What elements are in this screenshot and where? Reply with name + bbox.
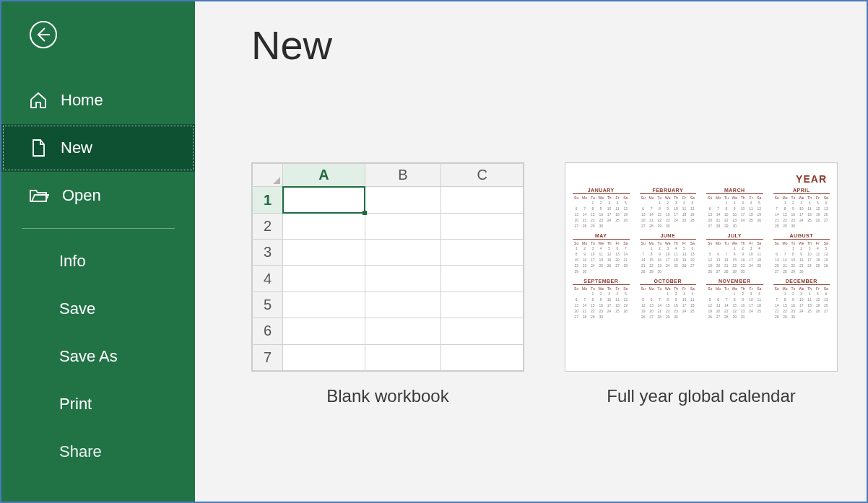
sidebar-divider <box>22 228 175 229</box>
back-arrow-icon <box>29 20 58 49</box>
sidebar-item-new[interactable]: New <box>1 124 195 172</box>
sidebar-item-home[interactable]: Home <box>1 76 195 124</box>
calendar-month: JANUARYSuMoTuWeThFrSa1234567891011121314… <box>573 188 630 229</box>
calendar-year-label: YEAR <box>573 173 830 185</box>
sidebar-subitem-save-as[interactable]: Save As <box>1 333 195 380</box>
calendar-month: JULYSuMoTuWeThFrSa1234567891011121314151… <box>706 233 763 274</box>
calendar-month: NOVEMBERSuMoTuWeThFrSa123456789101112131… <box>706 279 763 320</box>
calendar-month-name: JULY <box>706 233 763 240</box>
calendar-month-name: SEPTEMBER <box>573 279 630 285</box>
sidebar-subitem-info[interactable]: Info <box>1 237 195 285</box>
sidebar-subitem-label: Save <box>59 299 95 318</box>
sidebar-subitem-label: Print <box>59 395 92 413</box>
page-title: New <box>251 22 867 69</box>
mini-spreadsheet: A B C 1 2 3 4 5 6 7 <box>252 163 524 371</box>
calendar-month-name: MARCH <box>706 188 763 194</box>
main-content: New A B C 1 2 3 4 <box>195 1 867 502</box>
calendar-month: JUNESuMoTuWeThFrSa1234567891011121314151… <box>640 233 697 274</box>
sidebar-subitem-print[interactable]: Print <box>1 380 195 428</box>
calendar-month: MAYSuMoTuWeThFrSa12345678910111213141516… <box>573 233 630 274</box>
sidebar-item-label: Home <box>61 91 103 110</box>
calendar-month-name: OCTOBER <box>640 279 697 285</box>
calendar-month-name: AUGUST <box>773 233 830 240</box>
sidebar-item-open[interactable]: Open <box>1 172 195 219</box>
template-gallery: A B C 1 2 3 4 5 6 7 Blank workbook <box>251 162 867 406</box>
calendar-month: APRILSuMoTuWeThFrSa123456789101112131415… <box>773 188 830 229</box>
template-thumbnail: A B C 1 2 3 4 5 6 7 <box>251 162 524 372</box>
backstage-sidebar: Home New Open Info Save Save As <box>1 1 195 502</box>
calendar-month-name: DECEMBER <box>773 279 830 285</box>
calendar-month-name: JANUARY <box>573 188 630 194</box>
sidebar-item-label: New <box>61 139 92 157</box>
calendar-month-name: APRIL <box>773 188 830 194</box>
template-blank-workbook[interactable]: A B C 1 2 3 4 5 6 7 Blank workbook <box>251 162 524 406</box>
calendar-month: OCTOBERSuMoTuWeThFrSa1234567891011121314… <box>640 279 697 320</box>
sidebar-subitem-save[interactable]: Save <box>1 285 195 333</box>
app-root: Home New Open Info Save Save As <box>1 1 867 502</box>
template-full-year-calendar[interactable]: YEAR JANUARYSuMoTuWeThFrSa12345678910111… <box>565 162 838 406</box>
calendar-month: FEBRUARYSuMoTuWeThFrSa123456789101112131… <box>640 188 697 229</box>
calendar-month: SEPTEMBERSuMoTuWeThFrSa12345678910111213… <box>573 279 630 320</box>
folder-open-icon <box>29 187 49 204</box>
template-label: Blank workbook <box>326 386 448 406</box>
calendar-month-name: MAY <box>573 233 630 240</box>
calendar-month-name: JUNE <box>640 233 697 240</box>
colhead-b: B <box>365 164 441 187</box>
sidebar-subitem-label: Share <box>59 442 102 460</box>
new-doc-icon <box>29 139 48 157</box>
colhead-c: C <box>441 164 524 187</box>
calendar-month: DECEMBERSuMoTuWeThFrSa123456789101112131… <box>773 279 830 320</box>
calendar-month: AUGUSTSuMoTuWeThFrSa12345678910111213141… <box>773 233 830 274</box>
sidebar-item-label: Open <box>62 186 101 205</box>
sidebar-subitem-label: Save As <box>59 347 118 365</box>
home-icon <box>29 91 48 110</box>
colhead-a: A <box>283 164 365 187</box>
calendar-month: MARCHSuMoTuWeThFrSa123456789101112131415… <box>706 188 763 229</box>
sidebar-subitem-label: Info <box>59 252 86 270</box>
template-label: Full year global calendar <box>607 386 795 406</box>
calendar-preview: YEAR JANUARYSuMoTuWeThFrSa12345678910111… <box>565 163 837 325</box>
back-button[interactable] <box>27 19 59 51</box>
template-thumbnail: YEAR JANUARYSuMoTuWeThFrSa12345678910111… <box>565 162 838 372</box>
sidebar-subitem-share[interactable]: Share <box>1 428 195 476</box>
calendar-month-name: FEBRUARY <box>640 188 697 194</box>
calendar-month-name: NOVEMBER <box>706 279 763 285</box>
